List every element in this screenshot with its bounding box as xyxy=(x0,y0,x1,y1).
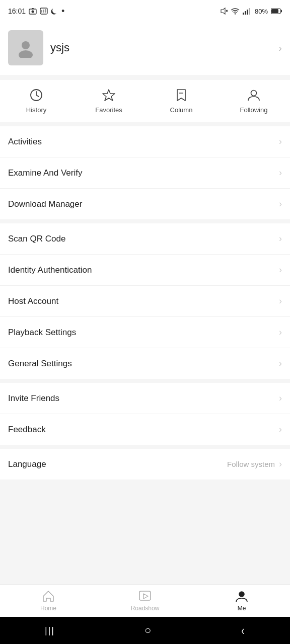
svg-rect-16 xyxy=(281,10,282,13)
playback-chevron: › xyxy=(279,327,282,338)
menu-section-2: Scan QR Code › Identity Authentication ›… xyxy=(0,223,290,379)
home-icon xyxy=(42,590,55,603)
avatar-icon xyxy=(16,38,36,58)
status-time: 16:01 • xyxy=(8,6,64,17)
profile-left: ysjs xyxy=(8,30,69,65)
menu-item-host-account[interactable]: Host Account › xyxy=(0,286,290,317)
bottom-nav: Home Roadshow Me xyxy=(0,584,290,617)
download-chevron: › xyxy=(279,199,282,209)
following-label: Following xyxy=(240,106,268,114)
svg-rect-15 xyxy=(271,9,278,13)
menu-item-identity-auth[interactable]: Identity Authentication › xyxy=(0,255,290,286)
svg-marker-20 xyxy=(103,90,115,101)
feedback-chevron: › xyxy=(279,424,282,435)
activities-chevron: › xyxy=(279,136,282,147)
svg-point-9 xyxy=(235,13,236,14)
roadshow-icon xyxy=(138,590,152,603)
identity-chevron: › xyxy=(279,265,282,275)
home-button[interactable]: ○ xyxy=(134,620,161,641)
svg-rect-11 xyxy=(245,11,246,15)
menu-section-3: Invite Friends › Feedback › xyxy=(0,383,290,445)
language-chevron: › xyxy=(279,459,282,469)
svg-rect-23 xyxy=(139,591,151,600)
menu-item-download-manager[interactable]: Download Manager › xyxy=(0,189,290,219)
me-icon xyxy=(235,590,248,603)
svg-rect-10 xyxy=(243,13,244,15)
avatar xyxy=(8,30,43,65)
svg-marker-24 xyxy=(143,594,148,599)
menu-item-activities[interactable]: Activities › xyxy=(0,126,290,157)
nav-item-column[interactable]: Column xyxy=(145,88,218,114)
bookmark-icon xyxy=(174,88,188,102)
favorites-label: Favorites xyxy=(95,106,122,114)
menu-item-playback-settings[interactable]: Playback Settings › xyxy=(0,317,290,348)
menu-item-language[interactable]: Language Follow system › xyxy=(0,449,290,479)
svg-point-1 xyxy=(32,11,34,13)
svg-point-17 xyxy=(22,41,30,49)
bottom-nav-roadshow[interactable]: Roadshow xyxy=(97,590,193,612)
mute-icon xyxy=(220,7,228,15)
moon-icon xyxy=(51,8,58,15)
back-button[interactable]: ‹ xyxy=(235,619,252,642)
battery-label: 80% xyxy=(255,8,268,15)
general-chevron: › xyxy=(279,358,282,369)
menu-section-1: Activities › Examine And Verify › Downlo… xyxy=(0,126,290,219)
svg-point-25 xyxy=(239,592,244,597)
battery-icon xyxy=(271,8,282,14)
profile-header[interactable]: ysjs › xyxy=(0,22,290,76)
wifi-icon xyxy=(231,8,240,15)
quick-nav: History Favorites Column Following xyxy=(0,80,290,122)
dot-icon: • xyxy=(61,6,64,17)
nav-item-favorites[interactable]: Favorites xyxy=(72,88,145,114)
system-nav-bar: ||| ○ ‹ xyxy=(0,617,290,644)
photo-icon xyxy=(29,8,37,15)
status-bar: 16:01 • 80% xyxy=(0,0,290,22)
nav-item-following[interactable]: Following xyxy=(218,88,290,114)
star-icon xyxy=(102,88,116,102)
bottom-nav-me[interactable]: Me xyxy=(193,590,290,612)
host-chevron: › xyxy=(279,296,282,306)
menu-item-examine-and-verify[interactable]: Examine And Verify › xyxy=(0,157,290,189)
scan-chevron: › xyxy=(279,233,282,244)
signal-icon xyxy=(243,8,252,15)
recents-button[interactable]: ||| xyxy=(35,621,65,640)
column-label: Column xyxy=(170,106,193,114)
menu-item-invite-friends[interactable]: Invite Friends › xyxy=(0,383,290,414)
invite-chevron: › xyxy=(279,393,282,404)
nav-item-history[interactable]: History xyxy=(0,88,72,114)
language-right: Follow system › xyxy=(227,459,282,469)
bottom-nav-home[interactable]: Home xyxy=(0,590,97,612)
menu-item-general-settings[interactable]: General Settings › xyxy=(0,348,290,379)
svg-rect-13 xyxy=(249,8,250,15)
following-icon xyxy=(247,88,261,102)
profile-chevron-icon: › xyxy=(278,42,282,54)
history-icon xyxy=(29,88,43,102)
history-label: History xyxy=(26,106,46,114)
svg-marker-6 xyxy=(221,8,225,14)
examine-chevron: › xyxy=(279,168,282,178)
username-label: ysjs xyxy=(50,41,69,54)
status-icons: 80% xyxy=(220,7,282,15)
time-label: 16:01 xyxy=(8,7,26,15)
svg-point-18 xyxy=(19,50,33,58)
sim-icon xyxy=(40,8,48,15)
svg-rect-12 xyxy=(247,10,248,15)
menu-item-feedback[interactable]: Feedback › xyxy=(0,414,290,445)
svg-point-22 xyxy=(251,91,257,96)
menu-item-scan-qr[interactable]: Scan QR Code › xyxy=(0,223,290,255)
